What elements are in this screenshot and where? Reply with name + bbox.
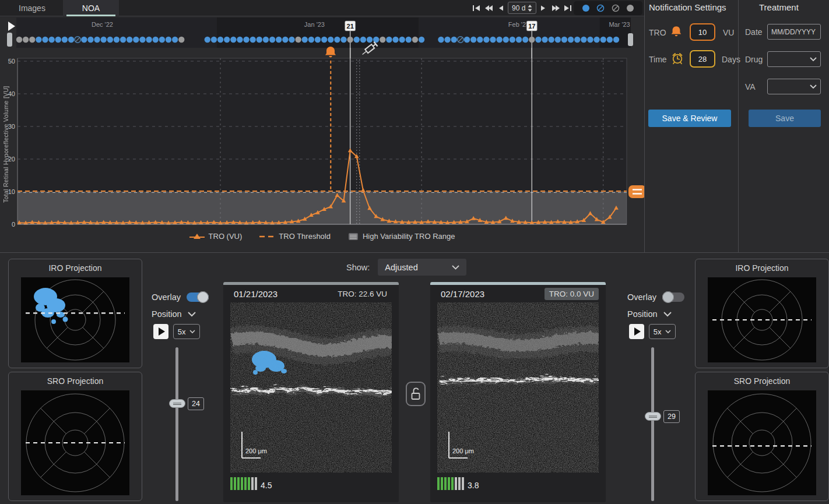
timeline-dot[interactable] (224, 37, 230, 43)
timeline-dot[interactable] (328, 37, 333, 43)
timeline-dot[interactable] (100, 37, 106, 43)
save-review-button[interactable]: Save & Review (648, 110, 731, 127)
right-scan-slider-handle[interactable] (645, 412, 661, 421)
left-scan-slider-track[interactable] (175, 347, 178, 501)
timeline-dot[interactable] (139, 37, 145, 43)
left-play-button[interactable] (153, 324, 168, 339)
timeline-dot[interactable] (613, 37, 619, 43)
timeline-dot[interactable] (68, 37, 74, 43)
timeline-dot[interactable] (153, 37, 159, 43)
timeline-dot[interactable] (464, 37, 470, 43)
timeline-dot[interactable] (587, 37, 593, 43)
tab-images[interactable]: Images (10, 0, 54, 16)
left-speed-select[interactable]: 5x (173, 324, 200, 339)
timeline-dot[interactable] (55, 37, 61, 43)
timeline-dot[interactable] (438, 37, 444, 43)
timeline-dot[interactable] (444, 37, 450, 43)
timeline-left-handle[interactable] (7, 33, 12, 47)
timeline-dot[interactable] (340, 37, 346, 43)
timeline-dot[interactable] (62, 37, 68, 43)
left-overlay-toggle[interactable] (187, 292, 209, 302)
timeline-dot[interactable] (561, 37, 567, 43)
timeline-dot[interactable] (321, 37, 327, 43)
timeline-dot[interactable] (302, 37, 308, 43)
timeline-dot[interactable] (392, 37, 398, 43)
right-oct-image[interactable]: 200 μm (437, 302, 599, 473)
left-sro-projection-canvas[interactable] (21, 390, 129, 495)
tab-noa[interactable]: NOA (63, 0, 119, 16)
timeline-dot[interactable] (334, 37, 340, 43)
timeline-dot[interactable] (166, 37, 171, 43)
timeline-dot[interactable] (237, 37, 243, 43)
timeline-dot[interactable] (114, 37, 120, 43)
timeline-dot[interactable] (529, 37, 535, 43)
timeline-dot[interactable] (289, 37, 294, 43)
right-iro-projection-canvas[interactable] (708, 277, 816, 362)
timeline-dot[interactable] (120, 37, 126, 43)
timeline-dot[interactable] (257, 37, 262, 43)
left-oct-image[interactable]: 200 μm (230, 302, 392, 473)
timeline-dot[interactable] (36, 37, 41, 43)
timeline-dot[interactable] (23, 37, 29, 43)
timeline-dot[interactable] (29, 37, 35, 43)
right-overlay-toggle[interactable] (662, 292, 684, 302)
timeline-dot[interactable] (81, 37, 87, 43)
timeline-dot[interactable] (308, 37, 314, 43)
timeline-dot[interactable] (295, 37, 301, 43)
timeline-dot[interactable] (127, 37, 132, 43)
timeline-dot[interactable] (87, 37, 93, 43)
timeline-dot[interactable] (178, 37, 184, 43)
timeline-dot[interactable] (159, 37, 165, 43)
timeline-dot[interactable] (555, 37, 561, 43)
timeline-dot[interactable] (412, 37, 418, 43)
timeline-dot[interactable] (354, 37, 360, 43)
timeline-dot[interactable] (581, 37, 586, 43)
timeline-dot[interactable] (172, 37, 178, 43)
timeline-right-handle[interactable] (628, 33, 633, 46)
spinner-arrows-icon[interactable] (528, 5, 532, 12)
show-select[interactable]: Adjusted (378, 259, 466, 276)
tro-threshold-input[interactable]: 10 (690, 23, 715, 41)
timeline-dot[interactable] (94, 37, 100, 43)
treatment-save-button[interactable]: Save (749, 110, 821, 127)
timeline-dot[interactable] (470, 37, 476, 43)
timeline-dot[interactable] (276, 37, 282, 43)
timeline-dot[interactable] (48, 37, 54, 43)
va-select[interactable] (767, 79, 821, 94)
timeline-dot[interactable] (593, 37, 599, 43)
timeline-dot[interactable] (542, 37, 547, 43)
time-interval-input[interactable]: 28 (690, 50, 715, 68)
filter-gray-filled-icon[interactable] (626, 4, 634, 12)
left-scan-slider-handle[interactable] (169, 399, 185, 408)
timeline-dot[interactable] (568, 37, 574, 43)
timeline-dot[interactable] (483, 37, 489, 43)
timeline-dot[interactable] (503, 37, 509, 43)
timeline-dot[interactable] (42, 37, 48, 43)
timeline-dot[interactable] (510, 37, 515, 43)
time-range-spinner[interactable]: 90 d (508, 2, 536, 14)
timeline-dot[interactable] (516, 37, 522, 43)
right-play-button[interactable] (629, 324, 644, 339)
skip-to-start-button[interactable] (471, 2, 482, 14)
timeline-dot[interactable] (496, 37, 502, 43)
timeline-dot[interactable] (263, 37, 269, 43)
fast-forward-button[interactable] (550, 2, 561, 14)
drug-select[interactable] (767, 51, 821, 67)
timeline-dot[interactable] (522, 37, 528, 43)
timeline-dot[interactable] (211, 37, 217, 43)
timeline-dot[interactable] (146, 37, 152, 43)
timeline-dot[interactable] (315, 37, 321, 43)
treatment-date-input[interactable]: MM/DD/YYYY (767, 24, 821, 40)
timeline-dot[interactable] (490, 37, 496, 43)
step-backward-button[interactable] (496, 2, 506, 14)
right-sro-projection-canvas[interactable] (708, 390, 816, 495)
timeline-dot[interactable] (607, 37, 613, 43)
timeline-dot[interactable] (535, 37, 541, 43)
timeline-dot[interactable] (269, 37, 275, 43)
timeline-dot[interactable] (548, 37, 554, 43)
skip-to-end-button[interactable] (563, 2, 573, 14)
filter-blue-crossed-icon[interactable] (596, 4, 605, 12)
filter-blue-filled-icon[interactable] (582, 4, 590, 12)
timeline-dot[interactable] (243, 37, 249, 43)
timeline-dot[interactable] (16, 37, 22, 43)
